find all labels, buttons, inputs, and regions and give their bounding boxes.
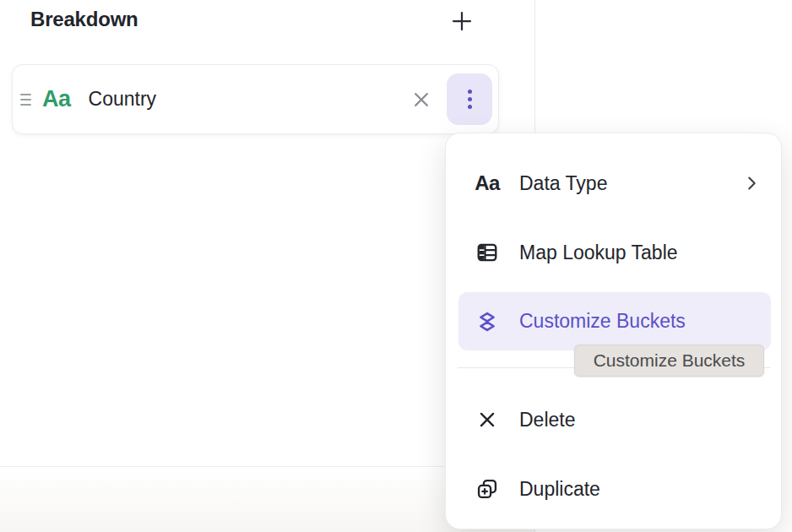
plus-icon [449, 8, 475, 34]
duplicate-icon [474, 477, 501, 501]
property-options-button[interactable] [447, 73, 492, 125]
property-name: Country [89, 88, 157, 111]
menu-item-map-lookup-table[interactable]: Map Lookup Table [446, 229, 781, 276]
drag-handle-icon[interactable] [15, 94, 35, 106]
menu-item-duplicate[interactable]: Duplicate [446, 465, 781, 513]
breakdown-property-card: Aa Country [12, 64, 499, 134]
menu-item-data-type[interactable]: Aa Data Type [446, 160, 781, 207]
data-type-glyph: Aa [42, 86, 71, 112]
tooltip: Customize Buckets [574, 345, 764, 377]
chevron-right-icon [742, 174, 761, 193]
menu-item-label: Duplicate [519, 478, 600, 501]
text-type-icon: Aa [474, 171, 501, 195]
menu-item-label: Delete [519, 409, 575, 432]
add-breakdown-button[interactable] [447, 6, 477, 36]
menu-item-label: Data Type [519, 172, 607, 195]
menu-item-label: Customize Buckets [519, 310, 686, 333]
menu-item-delete[interactable]: Delete [446, 396, 781, 443]
page-title: Breakdown [30, 8, 138, 31]
menu-item-customize-buckets[interactable]: Customize Buckets [458, 292, 771, 350]
delete-x-icon [474, 409, 501, 431]
menu-item-label: Map Lookup Table [519, 242, 678, 264]
table-icon [474, 241, 501, 264]
layers-icon [474, 310, 501, 334]
close-icon [409, 87, 434, 112]
kebab-icon [468, 90, 472, 94]
remove-property-button[interactable] [407, 85, 436, 114]
tooltip-text: Customize Buckets [594, 350, 746, 371]
property-context-menu: Aa Data Type Map Lookup Table Customize … [445, 133, 782, 529]
